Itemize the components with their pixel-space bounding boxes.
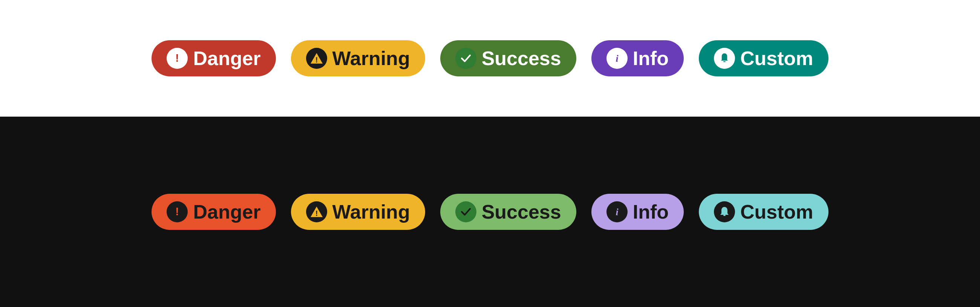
warning-badge-light[interactable]: ! Warning	[291, 40, 425, 76]
info-icon: i	[606, 48, 628, 69]
svg-text:!: !	[175, 205, 179, 217]
check-icon-dark	[455, 201, 476, 222]
danger-badge-dark[interactable]: ! Danger	[151, 194, 275, 230]
bell-icon-dark	[714, 201, 735, 222]
light-theme-section: ! Danger ! Warning Success i Info	[0, 0, 980, 117]
info-badge-light[interactable]: i Info	[592, 40, 684, 76]
success-badge-light[interactable]: Success	[440, 40, 576, 76]
warning-label-dark: Warning	[332, 201, 410, 223]
success-badge-dark[interactable]: Success	[440, 194, 576, 230]
danger-label-dark: Danger	[193, 201, 261, 223]
warning-label-light: Warning	[332, 47, 410, 70]
danger-badge-light[interactable]: ! Danger	[151, 40, 275, 76]
info-icon-dark: i	[606, 201, 628, 222]
svg-text:i: i	[616, 207, 619, 217]
check-icon	[455, 48, 476, 69]
warning-icon: !	[306, 48, 327, 69]
svg-text:!: !	[315, 56, 318, 64]
info-badge-dark[interactable]: i Info	[592, 194, 684, 230]
exclamation-icon: !	[167, 48, 188, 69]
custom-badge-light[interactable]: Custom	[699, 40, 829, 76]
success-label-dark: Success	[482, 201, 561, 223]
bell-icon	[714, 48, 735, 69]
svg-text:i: i	[616, 53, 619, 64]
svg-text:!: !	[175, 52, 179, 64]
info-label-dark: Info	[633, 201, 669, 223]
svg-rect-9	[723, 215, 725, 216]
custom-label-dark: Custom	[740, 201, 813, 223]
exclamation-icon-dark: !	[167, 201, 188, 222]
success-label-light: Success	[482, 47, 561, 70]
info-label-light: Info	[633, 47, 669, 70]
svg-text:!: !	[315, 209, 318, 217]
warning-badge-dark[interactable]: ! Warning	[291, 194, 425, 230]
warning-icon-dark: !	[306, 201, 327, 222]
custom-label-light: Custom	[740, 47, 813, 70]
danger-label-light: Danger	[193, 47, 261, 70]
dark-theme-section: ! Danger ! Warning Success i Info	[0, 117, 980, 307]
custom-badge-dark[interactable]: Custom	[699, 194, 829, 230]
